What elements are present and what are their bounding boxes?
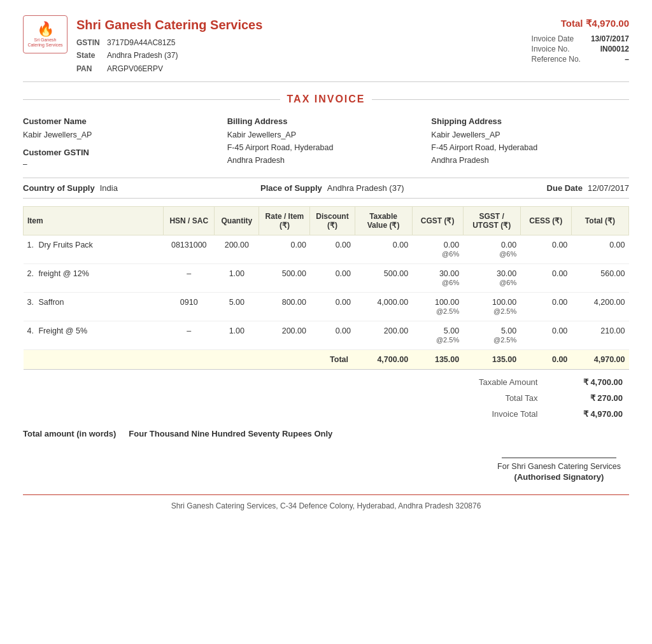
summary-tax-label: Total Tax [427, 391, 542, 405]
th-hsn: HSN / SAC [164, 207, 215, 235]
amount-words-value: Four Thousand Nine Hundred Seventy Rupee… [129, 429, 332, 438]
state-label: State [76, 49, 102, 62]
summary-taxable-label: Taxable Amount [427, 375, 542, 389]
invoice-reference-label: Reference No. [532, 55, 581, 64]
pan-value: ARGPV06ERPV [107, 62, 163, 75]
due-date-value: 12/07/2017 [588, 183, 629, 193]
row-sgst-rate-3: @2.5% [493, 336, 516, 344]
row-cgst-2: 100.00@2.5% [412, 293, 463, 321]
company-state-row: State Andhra Pradesh (37) [76, 49, 262, 62]
row-total-0: 0.00 [571, 235, 628, 264]
customer-name-label: Customer Name [23, 116, 221, 126]
row-disc-1: 0.00 [310, 264, 355, 293]
summary-taxable-value: ₹ 4,700.00 [544, 375, 628, 389]
row-qty-2: 5.00 [215, 293, 259, 321]
company-gstin-row: GSTIN 3717D9A44AC81Z5 [76, 36, 262, 49]
row-cgst-rate-2: @2.5% [436, 307, 459, 315]
row-taxable-1: 500.00 [355, 264, 412, 293]
signatory-box: For Shri Ganesh Catering Services (Autho… [489, 458, 629, 482]
signatory-section: For Shri Ganesh Catering Services (Autho… [23, 458, 629, 482]
billing-name: Kabir Jewellers_AP [227, 129, 425, 141]
row-sgst-rate-1: @6% [499, 279, 516, 286]
summary-total-value: ₹ 4,970.00 [544, 407, 628, 421]
tax-invoice-title: TAX INVOICE [287, 94, 365, 105]
total-cess: 0.00 [520, 350, 571, 370]
row-qty-3: 1.00 [215, 321, 259, 350]
table-total-row: Total 4,700.00 135.00 135.00 0.00 4,970.… [24, 350, 629, 370]
row-cess-2: 0.00 [520, 293, 571, 321]
th-item: Item [24, 207, 164, 235]
row-hsn-1: – [164, 264, 215, 293]
summary-tax-row: Total Tax ₹ 270.00 [427, 391, 628, 405]
signatory-for: For Shri Ganesh Catering Services [489, 462, 629, 471]
row-taxable-2: 4,000.00 [355, 293, 412, 321]
header-divider [23, 81, 629, 82]
th-sgst: SGST / UTGST (₹) [463, 207, 520, 235]
invoice-number-value: IN00012 [591, 45, 629, 53]
amount-words: Total amount (in words) Four Thousand Ni… [23, 429, 629, 438]
row-rate-1: 500.00 [259, 264, 310, 293]
row-item-name-2: Saffron [38, 298, 64, 307]
signatory-name: (Authorised Signatory) [489, 472, 629, 482]
signatory-line [502, 458, 616, 458]
summary-tax-value: ₹ 270.00 [544, 391, 628, 405]
place-supply-label: Place of Supply [260, 183, 322, 193]
row-cess-0: 0.00 [520, 235, 571, 264]
total-amount: 4,970.00 [571, 350, 628, 370]
company-name: Shri Ganesh Catering Services [76, 18, 262, 32]
row-num-3: 4. [27, 326, 34, 335]
total-amount: Total ₹4,970.00 [532, 18, 629, 29]
row-sgst-3: 5.00@2.5% [463, 321, 520, 350]
row-taxable-3: 200.00 [355, 321, 412, 350]
due-date: Due Date 12/07/2017 [547, 183, 629, 193]
row-cgst-rate-1: @6% [442, 279, 459, 286]
row-item-3: 4. Freight @ 5% [24, 321, 164, 350]
invoice-reference-value: – [591, 55, 629, 64]
shipping-address2: Andhra Pradesh [431, 154, 629, 167]
row-cess-3: 0.00 [520, 321, 571, 350]
row-sgst-rate-0: @6% [499, 250, 516, 258]
billing-address2: Andhra Pradesh [227, 154, 425, 167]
due-date-label: Due Date [547, 183, 583, 193]
gstin-label: GSTIN [76, 36, 102, 49]
row-cgst-rate-0: @6% [442, 250, 459, 258]
company-pan-row: PAN ARGPV06ERPV [76, 62, 262, 75]
row-cgst-1: 30.00@6% [412, 264, 463, 293]
row-rate-0: 0.00 [259, 235, 310, 264]
row-total-3: 210.00 [571, 321, 628, 350]
th-cess: CESS (₹) [520, 207, 571, 235]
row-rate-3: 200.00 [259, 321, 310, 350]
billing-address1: F-45 Airport Road, Hyderabad [227, 141, 425, 154]
row-sgst-2: 100.00@2.5% [463, 293, 520, 321]
logo-icon: 🔥 [37, 21, 54, 38]
company-info: Shri Ganesh Catering Services GSTIN 3717… [76, 15, 262, 75]
summary-total-label: Invoice Total [427, 407, 542, 421]
invoice-table: Item HSN / SAC Quantity Rate / Item (₹) … [23, 206, 629, 370]
row-hsn-2: 0910 [164, 293, 215, 321]
row-item-0: 1. Dry Fruits Pack [24, 235, 164, 264]
th-total: Total (₹) [571, 207, 628, 235]
row-taxable-0: 0.00 [355, 235, 412, 264]
country-supply-label: Country of Supply [23, 183, 95, 193]
row-rate-2: 800.00 [259, 293, 310, 321]
title-row: TAX INVOICE [23, 88, 629, 110]
row-item-2: 3. Saffron [24, 293, 164, 321]
row-item-1: 2. freight @ 12% [24, 264, 164, 293]
row-disc-2: 0.00 [310, 293, 355, 321]
logo: 🔥 Sri Ganesh Catering Services [23, 15, 67, 53]
title-left-line [23, 99, 280, 100]
row-cgst-rate-3: @2.5% [436, 336, 459, 344]
pan-label: PAN [76, 62, 102, 75]
customer-name-section: Customer Name Kabir Jewellers_AP Custome… [23, 116, 221, 169]
customer-name-value: Kabir Jewellers_AP [23, 129, 221, 141]
row-cgst-0: 0.00@6% [412, 235, 463, 264]
header-right: Total ₹4,970.00 Invoice Date 13/07/2017 … [532, 15, 629, 64]
row-item-name-3: Freight @ 5% [38, 326, 87, 335]
th-qty: Quantity [215, 207, 259, 235]
billing-label: Billing Address [227, 116, 425, 126]
row-item-name-0: Dry Fruits Pack [38, 241, 92, 249]
row-num-2: 3. [27, 298, 34, 307]
row-sgst-0: 0.00@6% [463, 235, 520, 264]
th-rate: Rate / Item (₹) [259, 207, 310, 235]
billing-section: Billing Address Kabir Jewellers_AP F-45 … [227, 116, 425, 169]
